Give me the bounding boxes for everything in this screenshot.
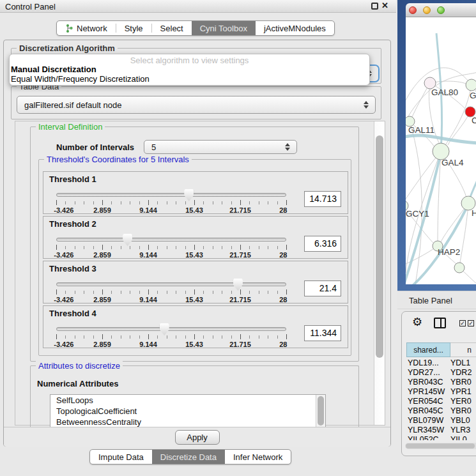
- apply-button[interactable]: Apply: [175, 430, 220, 445]
- slider-major-tick: [148, 289, 149, 295]
- table-cell-shared-name[interactable]: YIL052C: [406, 435, 450, 440]
- threshold-value-field[interactable]: 6.316: [304, 236, 341, 252]
- tab-infer-network[interactable]: Infer Network: [225, 450, 291, 464]
- table-data-combo[interactable]: galFiltered.sif default node: [17, 96, 376, 114]
- table-row[interactable]: YPR145WYPR1: [406, 387, 476, 397]
- gear-icon[interactable]: ⚙: [412, 316, 422, 328]
- vertical-scrollbar[interactable]: [374, 121, 385, 425]
- tab-style[interactable]: Style: [116, 21, 151, 35]
- table-row[interactable]: YER054CYER0: [406, 397, 476, 406]
- tab-jactivemnodules[interactable]: jActiveMNodules: [256, 21, 334, 35]
- slider-track[interactable]: [56, 238, 286, 242]
- list-scrollbar[interactable]: [316, 395, 325, 427]
- table-cell-shared-name[interactable]: YPR145W: [406, 387, 450, 397]
- thresholds-container: Threshold 1-3.4262.8599.14415.4321.71528…: [39, 171, 351, 350]
- bottom-tabbar: Impute Data Discretize Data Infer Networ…: [89, 449, 291, 464]
- table-cell-name[interactable]: YIL0: [450, 435, 476, 440]
- close-icon[interactable]: ✕: [381, 1, 388, 10]
- slider-tick-label: 21.715: [229, 341, 251, 348]
- table-row[interactable]: YBR043CYBR0: [406, 378, 476, 387]
- threshold-value-field[interactable]: 11.344: [304, 325, 341, 341]
- table-row[interactable]: YDL19...YDL1: [406, 358, 476, 368]
- slider-major-tick: [286, 289, 287, 295]
- slider-handle[interactable]: [160, 323, 169, 335]
- bottom-right-node[interactable]: [454, 263, 464, 273]
- table-cell-name[interactable]: YDL1: [450, 358, 476, 368]
- table-cell-name[interactable]: YBR0: [450, 378, 476, 387]
- table-cell-shared-name[interactable]: YBR043C: [406, 378, 450, 387]
- list-scrollbar-thumb[interactable]: [318, 396, 324, 426]
- network-window-titlebar[interactable]: [406, 3, 476, 17]
- slider-major-tick: [102, 289, 103, 295]
- tab-select[interactable]: Select: [152, 21, 192, 35]
- checkbox-icon[interactable]: ✓: [459, 320, 466, 326]
- threshold-slider[interactable]: -3.4262.8599.14415.4321.71528: [56, 233, 286, 259]
- mac-close-icon[interactable]: [409, 6, 417, 14]
- horizontal-scrollbar-thumb[interactable]: [406, 443, 475, 449]
- threshold-value-field[interactable]: 21.4: [304, 280, 341, 296]
- float-window-icon[interactable]: [371, 3, 378, 10]
- tab-cyni-toolbox[interactable]: Cyni Toolbox: [192, 21, 256, 35]
- table-row[interactable]: YLR345WYLR3: [406, 426, 476, 435]
- node-label: GAL80: [431, 88, 458, 97]
- control-panel-titlebar[interactable]: Control Panel ✕: [0, 0, 396, 13]
- menu-item-equal-width-frequency[interactable]: Equal Width/Frequency Discretization: [10, 74, 369, 84]
- vertical-scrollbar-thumb[interactable]: [376, 135, 383, 358]
- interval-definition-label: Interval Definition: [36, 122, 105, 132]
- attribute-list-item[interactable]: BetweennessCentrality: [50, 417, 325, 427]
- numerical-attributes-list[interactable]: SelfLoopsTopologicalCoefficientBetweenne…: [50, 394, 326, 427]
- algorithm-dropdown-popup: Select algorithm to view settings Manual…: [9, 54, 370, 86]
- mac-zoom-icon[interactable]: [437, 6, 445, 14]
- slider-handle[interactable]: [123, 234, 132, 246]
- columns-icon[interactable]: [434, 318, 446, 328]
- slider-tick-label: 28: [279, 341, 287, 348]
- column-header-shared[interactable]: shared...: [406, 342, 450, 357]
- menu-item-manual-discretization[interactable]: Manual Discretization: [10, 65, 369, 74]
- checkbox-icon[interactable]: ✓: [468, 320, 474, 326]
- slider-major-tick: [286, 245, 287, 250]
- table-cell-name[interactable]: YBL0: [450, 416, 476, 426]
- slider-track[interactable]: [56, 193, 286, 197]
- table-cell-name[interactable]: YBR0: [450, 406, 476, 416]
- tab-impute-data[interactable]: Impute Data: [90, 450, 152, 464]
- slider-track[interactable]: [56, 327, 286, 331]
- tab-discretize-data[interactable]: Discretize Data: [152, 450, 225, 464]
- table-row[interactable]: YIL052CYIL0: [406, 435, 476, 440]
- tab-infer-network-label: Infer Network: [233, 452, 282, 462]
- table-cell-shared-name[interactable]: YDL19...: [406, 358, 450, 368]
- threshold-slider[interactable]: -3.4262.8599.14415.4321.71528: [56, 278, 286, 303]
- node-label: C: [472, 116, 476, 125]
- network-canvas[interactable]: GAL80GCGAL11GAL4GCY1HHAP2: [406, 17, 476, 284]
- table-cell-name[interactable]: YPR1: [450, 387, 476, 397]
- threshold-title: Threshold 2: [49, 219, 96, 229]
- threshold-slider[interactable]: -3.4262.8599.14415.4321.71528: [56, 323, 286, 348]
- threshold-slider[interactable]: -3.4262.8599.14415.4321.71528: [56, 188, 286, 214]
- attribute-list-item[interactable]: TopologicalCoefficient: [50, 406, 325, 417]
- column-header-name[interactable]: n: [450, 342, 476, 357]
- mac-minimize-icon[interactable]: [423, 6, 431, 14]
- top-right-node[interactable]: [466, 79, 476, 91]
- table-cell-name[interactable]: YDR2: [450, 368, 476, 378]
- slider-handle[interactable]: [184, 189, 194, 201]
- table-cell-shared-name[interactable]: YLR345W: [406, 426, 450, 435]
- threshold-block: Threshold 4-3.4262.8599.14415.4321.71528…: [43, 305, 348, 348]
- number-of-intervals-combo[interactable]: 5: [144, 140, 297, 154]
- table-cell-shared-name[interactable]: YDR27...: [406, 368, 450, 378]
- table-row[interactable]: YBR045CYBR0: [406, 406, 476, 416]
- tab-network-label: Network: [77, 24, 107, 33]
- tab-network[interactable]: Network: [57, 21, 116, 35]
- table-panel-title: Table Panel: [397, 291, 476, 309]
- attribute-list-item[interactable]: SelfLoops: [50, 395, 325, 406]
- threshold-value-field[interactable]: 14.713: [304, 191, 341, 207]
- table-cell-name[interactable]: YLR3: [450, 426, 476, 435]
- table-row[interactable]: YBL079WYBL0: [406, 416, 476, 426]
- table-row[interactable]: YDR27...YDR2: [406, 368, 476, 378]
- top-tabbar: Network Style Select Cyni Toolbox jActiv…: [56, 20, 335, 36]
- table-cell-shared-name[interactable]: YBL079W: [406, 416, 450, 426]
- horizontal-scrollbar[interactable]: [405, 443, 476, 449]
- table-cell-name[interactable]: YER0: [450, 397, 476, 406]
- table-cell-shared-name[interactable]: YBR045C: [406, 406, 450, 416]
- table-cell-shared-name[interactable]: YER054C: [406, 397, 450, 406]
- slider-handle[interactable]: [233, 279, 243, 291]
- slider-track[interactable]: [56, 282, 286, 286]
